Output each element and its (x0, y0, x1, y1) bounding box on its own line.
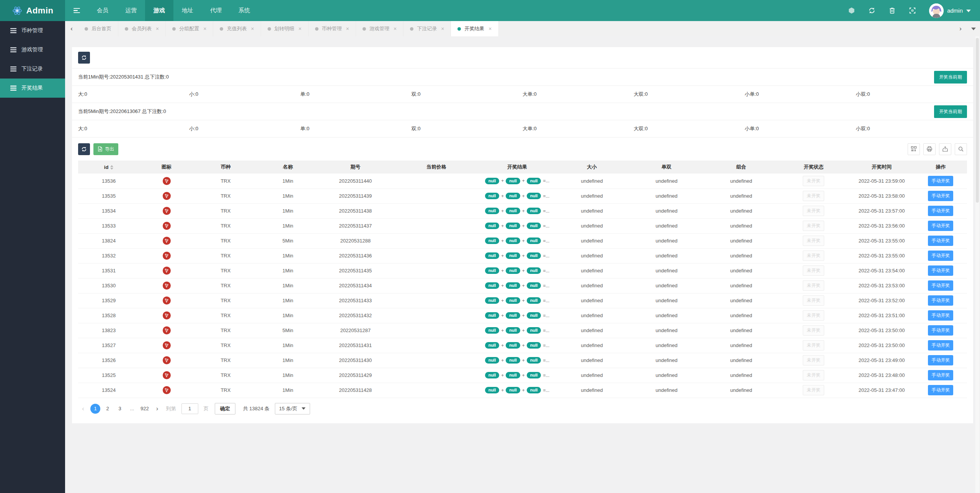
columns-icon[interactable] (908, 143, 920, 155)
cell-status: 未开奖 (779, 293, 849, 308)
cell-status: 未开奖 (779, 368, 849, 383)
nav-item-1[interactable]: 运营 (117, 0, 145, 21)
tab-1[interactable]: 会员列表× (118, 21, 166, 36)
sidebar-item-0[interactable]: 币种管理 (0, 21, 65, 40)
print-icon[interactable] (923, 143, 936, 155)
cell-time: 2022-05-31 23:52:00 (849, 293, 915, 308)
manual-draw-button[interactable]: 手动开奖 (928, 191, 953, 201)
refresh-panels-button[interactable] (78, 52, 90, 64)
manual-draw-button[interactable]: 手动开奖 (928, 325, 953, 336)
tab-3[interactable]: 充值列表× (213, 21, 261, 36)
per-page-select[interactable]: 15 条/页 (275, 403, 310, 414)
nav-item-5[interactable]: 系统 (230, 0, 258, 21)
tab-0[interactable]: 后台首页 (78, 21, 118, 36)
nav-item-3[interactable]: 地址 (173, 0, 202, 21)
tab-bar: ‹ 后台首页会员列表×分组配置×充值列表×划转明细×币种管理×游戏管理×下注记录… (65, 21, 980, 36)
trash-icon[interactable] (889, 7, 896, 14)
cell-status: 未开奖 (779, 308, 849, 323)
manual-draw-button[interactable]: 手动开奖 (928, 280, 953, 291)
plus-sign: + (522, 373, 525, 378)
sort-icon[interactable] (110, 165, 113, 170)
tabs-scroll-right[interactable]: › (954, 21, 967, 36)
fullscreen-icon[interactable] (909, 7, 916, 14)
nav-item-2[interactable]: 游戏 (145, 0, 173, 21)
cell-combo: undefined (704, 323, 779, 338)
user-menu[interactable]: admin (929, 3, 971, 18)
tabs-scroll-left[interactable]: ‹ (65, 21, 78, 36)
draw-current-button-0[interactable]: 开奖当前期 (934, 71, 967, 84)
tab-close-icon[interactable]: × (441, 26, 444, 32)
plus-sign: + (501, 238, 504, 244)
result-formula: null+null+null=... (480, 297, 555, 304)
pagination-next[interactable]: › (152, 404, 162, 414)
cell-time: 2022-05-31 23:58:00 (849, 188, 915, 203)
tabs-more-dropdown[interactable] (967, 21, 980, 36)
result-formula: null+null+null=... (480, 208, 555, 214)
sidebar-item-1[interactable]: 游戏管理 (0, 40, 65, 59)
search-icon[interactable] (955, 143, 967, 155)
manual-draw-button[interactable]: 手动开奖 (928, 236, 953, 246)
refresh-icon[interactable] (868, 7, 875, 14)
pagination-page-2[interactable]: 2 (103, 404, 113, 414)
tab-close-icon[interactable]: × (251, 26, 254, 32)
scrollbar-track[interactable] (975, 36, 979, 493)
menu-toggle-icon (74, 8, 80, 13)
sidebar-item-3[interactable]: 开奖结果 (0, 79, 65, 98)
pagination-page-3[interactable]: 3 (115, 404, 125, 414)
tab-close-icon[interactable]: × (299, 26, 302, 32)
column-header-0[interactable]: id (78, 161, 139, 174)
pagination-page-922[interactable]: 922 (139, 404, 150, 414)
tab-close-icon[interactable]: × (156, 26, 159, 32)
cell-action: 手动开奖 (915, 278, 967, 293)
hexagon-icon[interactable] (848, 7, 855, 14)
tab-5[interactable]: 币种管理× (309, 21, 356, 36)
export-button[interactable]: 导出 (93, 143, 118, 155)
sidebar-item-2[interactable]: 下注记录 (0, 59, 65, 79)
manual-draw-button[interactable]: 手动开奖 (928, 206, 953, 216)
nav-item-label: 系统 (238, 7, 250, 14)
page-unit-label: 页 (204, 405, 209, 412)
tab-6[interactable]: 游戏管理× (356, 21, 403, 36)
goto-confirm-button[interactable]: 确定 (215, 403, 235, 414)
manual-draw-button[interactable]: 手动开奖 (928, 340, 953, 351)
tab-8[interactable]: 开奖结果× (451, 21, 498, 36)
refresh-table-button[interactable] (78, 143, 90, 155)
tab-close-icon[interactable]: × (203, 26, 206, 32)
tab-close-icon[interactable]: × (488, 26, 492, 32)
pagination-prev[interactable]: ‹ (78, 404, 88, 414)
cell-result: null+null+null=... (480, 338, 555, 353)
cell-icon (139, 248, 194, 263)
manual-draw-button[interactable]: 手动开奖 (928, 176, 953, 186)
tab-dot-icon (410, 27, 413, 31)
nav-item-0[interactable]: 会员 (88, 0, 117, 21)
goto-page-input[interactable] (181, 403, 198, 414)
manual-draw-button[interactable]: 手动开奖 (928, 265, 953, 276)
cell-parity: undefined (629, 353, 704, 368)
manual-draw-button[interactable]: 手动开奖 (928, 355, 953, 365)
tab-close-icon[interactable]: × (346, 26, 349, 32)
cell-issue: 202205311437 (318, 218, 393, 233)
export-file-icon[interactable] (939, 143, 951, 155)
cell-combo: undefined (704, 188, 779, 203)
manual-draw-button[interactable]: 手动开奖 (928, 251, 953, 261)
nav-item-4[interactable]: 代理 (202, 0, 230, 21)
cell-coin: TRX (194, 278, 258, 293)
tab-4[interactable]: 划转明细× (261, 21, 309, 36)
tab-dot-icon (85, 27, 88, 31)
scrollbar-thumb[interactable] (976, 38, 979, 203)
plus-sign: + (501, 328, 504, 333)
pagination-page-1[interactable]: 1 (90, 404, 100, 414)
tab-close-icon[interactable]: × (394, 26, 397, 32)
tab-2[interactable]: 分组配置× (166, 21, 213, 36)
cell-time: 2022-05-31 23:50:00 (849, 338, 915, 353)
sidebar-collapse-button[interactable] (65, 0, 88, 21)
manual-draw-button[interactable]: 手动开奖 (928, 385, 953, 395)
manual-draw-button[interactable]: 手动开奖 (928, 295, 953, 306)
draw-current-button-1[interactable]: 开奖当前期 (934, 105, 967, 118)
manual-draw-button[interactable]: 手动开奖 (928, 221, 953, 231)
result-pill: null (506, 208, 520, 214)
manual-draw-button[interactable]: 手动开奖 (928, 310, 953, 321)
top-refresh-row (72, 47, 973, 68)
tab-7[interactable]: 下注记录× (403, 21, 451, 36)
manual-draw-button[interactable]: 手动开奖 (928, 370, 953, 380)
